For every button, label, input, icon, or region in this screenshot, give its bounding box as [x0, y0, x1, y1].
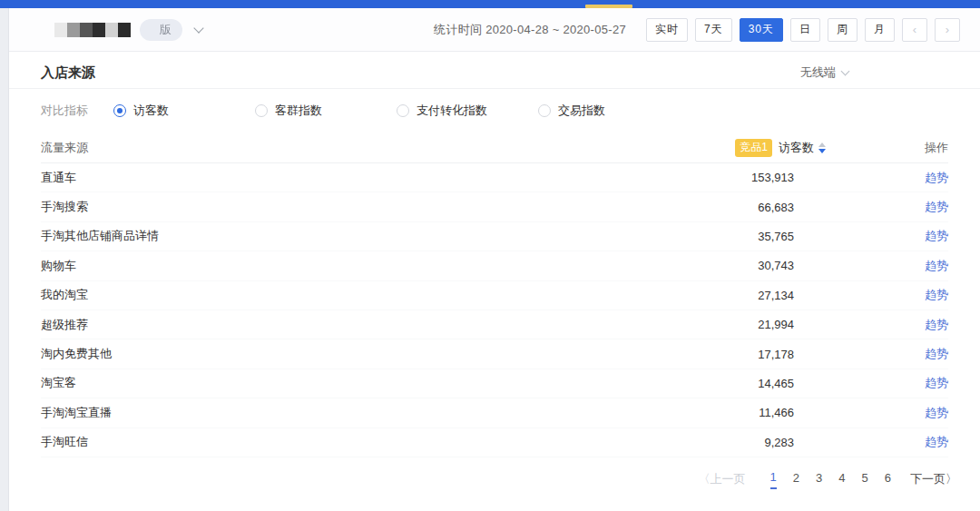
table-row: 手淘其他店铺商品详情 35,765 趋势	[41, 222, 948, 251]
radio-unselected-icon	[255, 104, 268, 117]
table-row: 超级推荐 21,994 趋势	[41, 310, 948, 339]
traffic-source-table: 流量来源 竞品1 访客数 操作 直通车 153,913 趋势 手淘搜索 66,6…	[9, 133, 980, 457]
source-cell: 手淘淘宝直播	[41, 405, 612, 421]
trend-link[interactable]: 趋势	[925, 318, 948, 331]
source-cell: 淘内免费其他	[41, 346, 612, 362]
source-cell: 直通车	[41, 170, 612, 186]
stats-time-range: 统计时间 2020-04-28 ~ 2020-05-27	[434, 22, 626, 38]
prev-page-button[interactable]: 〈上一页	[699, 471, 746, 487]
section-header: 入店来源 无线端	[9, 52, 980, 88]
table-row: 淘宝客 14,465 趋势	[41, 369, 948, 398]
visitors-cell: 14,465	[612, 377, 794, 390]
visitors-cell: 11,466	[612, 406, 794, 419]
source-cell: 超级推荐	[41, 317, 612, 333]
next-page-button[interactable]: 下一页〉	[910, 471, 957, 487]
column-header-source: 流量来源	[41, 140, 612, 156]
trend-link[interactable]: 趋势	[925, 259, 948, 272]
date-controls: 统计时间 2020-04-28 ~ 2020-05-27 实时 7天 30天 日…	[434, 18, 960, 42]
page-button-4[interactable]: 4	[838, 471, 845, 488]
trend-link[interactable]: 趋势	[925, 171, 948, 184]
source-cell: 淘宝客	[41, 375, 612, 391]
visitors-cell: 153,913	[612, 171, 794, 184]
compare-metric-label: 对比指标	[41, 103, 88, 119]
visitors-cell: 9,283	[612, 436, 794, 449]
visitors-cell: 21,994	[612, 318, 794, 331]
column-header-action: 操作	[826, 140, 948, 156]
content-area: 版 统计时间 2020-04-28 ~ 2020-05-27 实时 7天 30天…	[9, 8, 980, 511]
next-period-button[interactable]: ›	[935, 18, 960, 42]
table-row: 我的淘宝 27,134 趋势	[41, 281, 948, 310]
competitor-badge: 竞品1	[735, 139, 772, 157]
trend-link[interactable]: 趋势	[925, 347, 948, 360]
table-header-row: 流量来源 竞品1 访客数 操作	[41, 133, 948, 163]
metric-label: 访客数	[779, 140, 814, 156]
trend-link[interactable]: 趋势	[925, 288, 948, 301]
table-row: 直通车 153,913 趋势	[41, 163, 948, 192]
visitors-cell: 30,743	[612, 259, 794, 272]
range-button-week[interactable]: 周	[828, 18, 858, 42]
radio-unselected-icon	[538, 104, 551, 117]
trend-link[interactable]: 趋势	[925, 406, 948, 419]
date-range-value: 2020-04-28 ~ 2020-05-27	[485, 23, 626, 36]
trend-link[interactable]: 趋势	[925, 200, 948, 213]
page-button-3[interactable]: 3	[816, 471, 822, 488]
range-button-7d[interactable]: 7天	[695, 18, 732, 42]
table-row: 手淘淘宝直播 11,466 趋势	[41, 398, 948, 427]
radio-visitors[interactable]: 访客数	[113, 103, 255, 119]
range-button-month[interactable]: 月	[865, 18, 895, 42]
page-button-2[interactable]: 2	[793, 471, 799, 488]
column-header-visitors[interactable]: 竞品1 访客数	[612, 139, 826, 157]
source-cell: 我的淘宝	[41, 287, 612, 303]
range-button-day[interactable]: 日	[790, 18, 820, 42]
top-accent-bar	[0, 0, 980, 8]
store-edition-pill: 版	[140, 19, 182, 41]
prev-period-button[interactable]: ‹	[902, 18, 927, 42]
visitors-cell: 66,683	[612, 201, 794, 214]
range-button-realtime[interactable]: 实时	[646, 18, 688, 42]
radio-trade-index[interactable]: 交易指数	[538, 103, 680, 119]
source-cell: 购物车	[41, 258, 612, 274]
compare-metric-row: 对比指标 访客数 客群指数 支付转化指数 交易指数	[9, 89, 980, 133]
sort-icon[interactable]	[818, 142, 826, 153]
page-button-1[interactable]: 1	[770, 470, 777, 489]
chevron-down-icon	[841, 67, 850, 76]
source-cell: 手淘其他店铺商品详情	[41, 228, 612, 244]
stats-time-label: 统计时间	[434, 23, 482, 36]
table-row: 淘内免费其他 17,178 趋势	[41, 339, 948, 369]
radio-unselected-icon	[397, 104, 409, 117]
radio-label: 客群指数	[275, 103, 322, 119]
page-header: 版 统计时间 2020-04-28 ~ 2020-05-27 实时 7天 30天…	[9, 8, 980, 52]
page-title: 入店来源	[41, 64, 95, 82]
radio-selected-icon	[113, 104, 126, 117]
table-row: 手淘旺信 9,283 趋势	[41, 428, 948, 457]
source-cell: 手淘搜索	[41, 199, 612, 215]
visitors-cell: 17,178	[612, 348, 794, 361]
source-cell: 手淘旺信	[41, 434, 612, 450]
radio-label: 访客数	[133, 103, 169, 119]
store-name-redacted	[54, 23, 131, 37]
analytics-page: 版 统计时间 2020-04-28 ~ 2020-05-27 实时 7天 30天…	[0, 0, 980, 511]
page-button-5[interactable]: 5	[862, 471, 868, 488]
page-button-6[interactable]: 6	[885, 471, 891, 488]
store-selector[interactable]: 版	[54, 19, 202, 41]
radio-label: 支付转化指数	[416, 103, 487, 119]
visitors-cell: 27,134	[612, 289, 794, 302]
radio-pay-conversion-index[interactable]: 支付转化指数	[397, 103, 538, 119]
visitors-cell: 35,765	[612, 230, 794, 243]
device-filter-label: 无线端	[800, 64, 836, 81]
device-filter-dropdown[interactable]: 无线端	[800, 64, 848, 81]
table-row: 手淘搜索 66,683 趋势	[41, 192, 948, 221]
chevron-down-icon[interactable]	[193, 23, 203, 33]
radio-customer-index[interactable]: 客群指数	[255, 103, 397, 119]
pagination: 〈上一页 1 2 3 4 5 6 下一页〉	[9, 457, 980, 489]
range-button-30d[interactable]: 30天	[740, 18, 783, 42]
trend-link[interactable]: 趋势	[925, 435, 948, 448]
radio-label: 交易指数	[558, 103, 605, 119]
trend-link[interactable]: 趋势	[925, 229, 948, 242]
table-row: 购物车 30,743 趋势	[41, 251, 948, 280]
left-gutter	[0, 8, 9, 511]
trend-link[interactable]: 趋势	[925, 376, 948, 389]
